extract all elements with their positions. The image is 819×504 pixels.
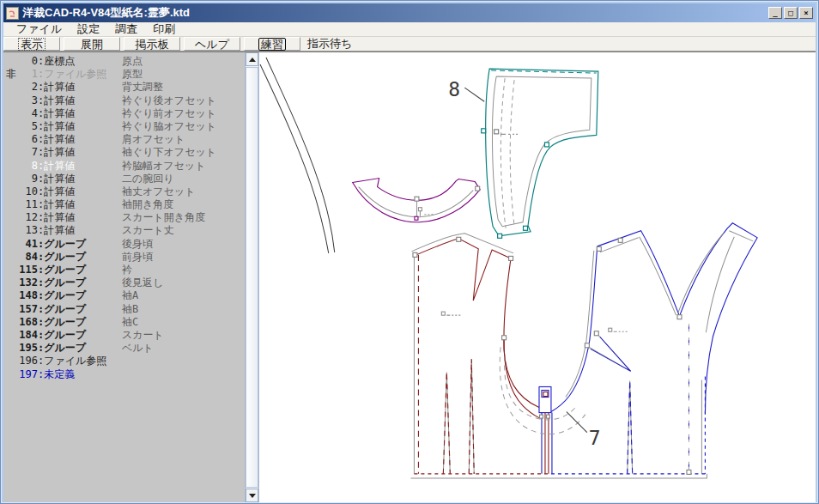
row-number: 3 bbox=[3, 94, 38, 107]
list-row-196[interactable]: 196:ファイル参照 bbox=[3, 355, 245, 367]
toolbar-button-label: 表示 bbox=[18, 38, 46, 51]
list-row-1[interactable]: 非1:ファイル参照原型 bbox=[3, 68, 245, 81]
row-type: グループ bbox=[44, 303, 86, 315]
row-description: 衿 bbox=[122, 264, 132, 276]
row-number: 7 bbox=[3, 146, 38, 159]
row-number: 6 bbox=[3, 133, 38, 146]
skirt-arc-piece[interactable] bbox=[260, 58, 335, 253]
list-row-84[interactable]: 84:グループ前身頃 bbox=[3, 251, 245, 264]
list-row-168[interactable]: 168:グループ袖C bbox=[3, 316, 245, 329]
menu-item-3[interactable]: 印刷 bbox=[145, 21, 183, 37]
row-number: 2 bbox=[3, 81, 38, 94]
row-description: 衿脇幅オフセット bbox=[122, 160, 205, 173]
row-number: 196 bbox=[3, 355, 38, 367]
row-description: 衿ぐり前オフセット bbox=[122, 107, 216, 120]
row-type: 計算値 bbox=[44, 224, 75, 236]
row-number: 84 bbox=[3, 251, 38, 264]
toolbar-button-2[interactable]: 掲示板 bbox=[124, 37, 180, 51]
row-prefix: 非 bbox=[6, 68, 16, 81]
toolbar: 指示待ち 表示展開掲示板ヘルプ練習 bbox=[3, 37, 816, 52]
row-type: 計算値 bbox=[44, 198, 75, 210]
row-type: 計算値 bbox=[44, 146, 75, 158]
list-row-7[interactable]: 7:計算値袖ぐり下オフセット bbox=[3, 146, 245, 159]
row-type: 座標点 bbox=[44, 55, 75, 67]
row-type: グループ bbox=[44, 264, 86, 276]
scroll-down-button[interactable] bbox=[246, 489, 258, 502]
menu-item-1[interactable]: 設定 bbox=[70, 21, 107, 37]
measure-mark bbox=[441, 312, 460, 315]
list-row-10[interactable]: 10:計算値袖丈オフセット bbox=[3, 185, 245, 198]
row-type: グループ bbox=[44, 316, 86, 328]
maximize-button[interactable]: □ bbox=[784, 7, 798, 19]
close-button[interactable]: × bbox=[799, 7, 813, 19]
list-row-8[interactable]: 8:計算値衿脇幅オフセット bbox=[3, 160, 245, 173]
row-description: 後身頃 bbox=[122, 238, 153, 251]
row-description: 原型 bbox=[122, 68, 143, 81]
row-type: グループ bbox=[44, 251, 86, 263]
list-row-148[interactable]: 148:グループ袖A bbox=[3, 289, 245, 302]
list-row-115[interactable]: 115:グループ衿 bbox=[3, 264, 245, 276]
row-type: 計算値 bbox=[44, 160, 75, 172]
title-bar[interactable]: 洋裁CAD-R4-V84型紙名:霊夢.ktd _ □ × bbox=[3, 3, 816, 22]
list-row-6[interactable]: 6:計算値肩オフセット bbox=[3, 133, 245, 146]
list-scrollbar[interactable] bbox=[245, 52, 259, 502]
collar-piece-purple[interactable] bbox=[353, 179, 481, 222]
list-row-3[interactable]: 3:計算値衿ぐり後オフセット bbox=[3, 94, 245, 107]
app-window: 洋裁CAD-R4-V84型紙名:霊夢.ktd _ □ × ファイル設定調査印刷 … bbox=[0, 0, 819, 504]
list-row-41[interactable]: 41:グループ後身頃 bbox=[3, 238, 245, 251]
row-type: ファイル参照 bbox=[44, 68, 106, 80]
menu-bar: ファイル設定調査印刷 bbox=[3, 22, 816, 37]
row-type: 計算値 bbox=[44, 173, 75, 185]
menu-item-0[interactable]: ファイル bbox=[9, 21, 70, 37]
row-description: 後見返し bbox=[122, 276, 163, 289]
row-number: 197 bbox=[3, 368, 38, 381]
list-row-2[interactable]: 2:計算値背丈調整 bbox=[3, 81, 245, 94]
row-type: 計算値 bbox=[44, 120, 75, 132]
toolbar-button-label: 展開 bbox=[78, 38, 106, 51]
list-row-195[interactable]: 195:グループベルト bbox=[3, 342, 245, 355]
row-description: 袖C bbox=[122, 316, 138, 329]
list-row-157[interactable]: 157:グループ袖B bbox=[3, 303, 245, 316]
back-bodice-piece-maroon[interactable] bbox=[410, 234, 550, 478]
row-type: 計算値 bbox=[44, 185, 75, 197]
toolbar-button-1[interactable]: 展開 bbox=[64, 37, 120, 51]
front-bodice-piece-blue[interactable] bbox=[539, 223, 757, 478]
toolbar-button-0[interactable]: 表示 bbox=[3, 37, 60, 51]
row-type: 計算値 bbox=[44, 94, 75, 106]
list-row-184[interactable]: 184:グループスカート bbox=[3, 329, 245, 342]
row-description: スカート開き角度 bbox=[122, 211, 205, 224]
window-title: 洋裁CAD-R4-V84型紙名:霊夢.ktd bbox=[22, 5, 768, 21]
up-arrow-icon bbox=[249, 58, 256, 62]
menu-item-2[interactable]: 調査 bbox=[107, 21, 145, 37]
sleeve-piece-teal[interactable] bbox=[482, 69, 598, 238]
list-row-12[interactable]: 12:計算値スカート開き角度 bbox=[3, 211, 245, 224]
list-row-13[interactable]: 13:計算値スカート丈 bbox=[3, 224, 245, 237]
minimize-button[interactable]: _ bbox=[768, 7, 782, 19]
row-number: 8 bbox=[3, 160, 38, 173]
list-row-5[interactable]: 5:計算値衿ぐり脇オフセット bbox=[3, 120, 245, 133]
scrollbar-thumb[interactable] bbox=[246, 67, 258, 488]
row-number: 157 bbox=[3, 303, 38, 316]
row-type: グループ bbox=[44, 276, 86, 288]
row-description: 袖ぐり下オフセット bbox=[122, 146, 216, 159]
row-description: 衿ぐり脇オフセット bbox=[122, 120, 216, 133]
row-description: 二の腕回り bbox=[122, 173, 174, 185]
row-description: スカート丈 bbox=[122, 224, 174, 237]
drawing-canvas[interactable]: 8 7 bbox=[259, 52, 816, 502]
toolbar-button-label: ヘルプ bbox=[192, 38, 232, 51]
list-row-132[interactable]: 132:グループ後見返し bbox=[3, 276, 245, 289]
toolbar-button-4[interactable]: 練習 bbox=[244, 37, 300, 51]
scroll-up-button[interactable] bbox=[246, 52, 258, 66]
row-description: 袖丈オフセット bbox=[122, 185, 195, 198]
list-row-11[interactable]: 11:計算値袖開き角度 bbox=[3, 198, 245, 211]
side-seam-tab[interactable] bbox=[539, 386, 552, 473]
row-type: グループ bbox=[44, 238, 86, 250]
row-description: 原点 bbox=[122, 55, 143, 68]
toolbar-button-3[interactable]: ヘルプ bbox=[184, 37, 240, 51]
list-row-4[interactable]: 4:計算値衿ぐり前オフセット bbox=[3, 107, 245, 120]
pattern-drawing[interactable]: 8 7 bbox=[259, 52, 816, 502]
list-row-0[interactable]: 0:座標点原点 bbox=[3, 55, 245, 68]
status-text: 指示待ち bbox=[304, 36, 352, 52]
list-row-9[interactable]: 9:計算値二の腕回り bbox=[3, 173, 245, 185]
list-row-197[interactable]: 197:未定義 bbox=[3, 368, 245, 381]
